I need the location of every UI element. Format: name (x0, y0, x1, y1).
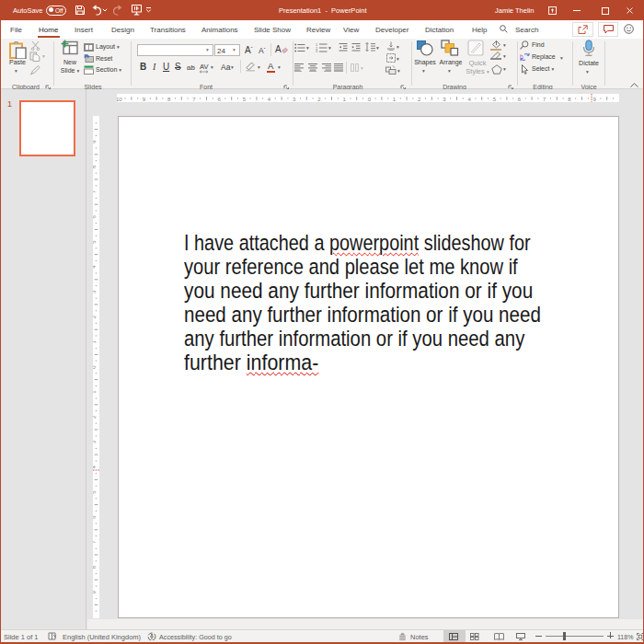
svg-text:10: 10 (117, 97, 122, 102)
